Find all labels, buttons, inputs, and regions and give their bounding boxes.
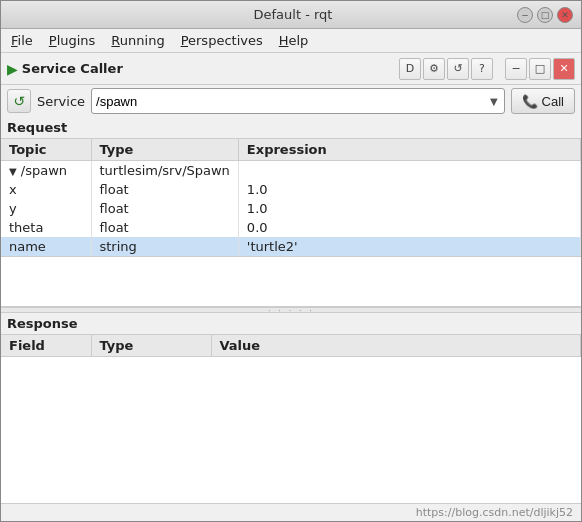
row-topic: name	[1, 237, 91, 256]
service-label: Service	[37, 94, 85, 109]
toolbar-maximize-button[interactable]: □	[529, 58, 551, 80]
row-topic: ▼ /spawn	[1, 161, 91, 181]
service-caller-label: Service Caller	[22, 61, 123, 76]
request-label: Request	[1, 117, 581, 138]
response-table-area: Field Type Value	[1, 334, 581, 503]
toolbar-d-button[interactable]: D	[399, 58, 421, 80]
table-row: ▼ /spawn turtlesim/srv/Spawn	[1, 161, 581, 181]
toolbar-help-button[interactable]: ?	[471, 58, 493, 80]
close-button[interactable]: ✕	[557, 7, 573, 23]
row-topic: y	[1, 199, 91, 218]
row-expression: 1.0	[238, 199, 580, 218]
col-type: Type	[91, 335, 211, 357]
window-controls: − □ ✕	[517, 7, 573, 23]
row-topic: theta	[1, 218, 91, 237]
request-section: Request Topic Type Expression ▼	[1, 117, 581, 307]
call-button-label: Call	[542, 94, 564, 109]
service-input[interactable]	[96, 94, 488, 109]
service-input-wrapper: ▼	[91, 88, 505, 114]
status-bar: https://blog.csdn.net/dljikj52	[1, 503, 581, 521]
col-type: Type	[91, 139, 238, 161]
minimize-button[interactable]: −	[517, 7, 533, 23]
window-title: Default - rqt	[69, 7, 517, 22]
response-table: Field Type Value	[1, 335, 581, 357]
service-dropdown-arrow[interactable]: ▼	[488, 96, 500, 107]
toolbar-refresh-button[interactable]: ↺	[447, 58, 469, 80]
menu-plugins[interactable]: Plugins	[43, 31, 102, 50]
col-expression: Expression	[238, 139, 580, 161]
toolbar-close-button[interactable]: ✕	[553, 58, 575, 80]
response-label: Response	[1, 313, 581, 334]
col-topic: Topic	[1, 139, 91, 161]
row-expression: 1.0	[238, 180, 580, 199]
row-type: float	[91, 199, 238, 218]
menu-file[interactable]: File	[5, 31, 39, 50]
menu-running[interactable]: Running	[105, 31, 170, 50]
row-type: turtlesim/srv/Spawn	[91, 161, 238, 181]
tree-arrow-icon: ▼	[9, 166, 17, 177]
main-content: Request Topic Type Expression ▼	[1, 117, 581, 503]
row-type: float	[91, 218, 238, 237]
col-field: Field	[1, 335, 91, 357]
toolbar-icons: D ⚙ ↺ ? − □ ✕	[399, 58, 575, 80]
main-window: Default - rqt − □ ✕ File Plugins Running…	[0, 0, 582, 522]
table-row: y float 1.0	[1, 199, 581, 218]
toolbar-minimize-button[interactable]: −	[505, 58, 527, 80]
row-expression	[238, 161, 580, 181]
col-value: Value	[211, 335, 581, 357]
toolbar-gear-button[interactable]: ⚙	[423, 58, 445, 80]
request-table-container: Topic Type Expression ▼ /spawn turtlesim…	[1, 138, 581, 257]
status-text: https://blog.csdn.net/dljikj52	[416, 506, 573, 519]
response-section: Response Field Type Value	[1, 313, 581, 503]
service-row: ↺ Service ▼ 📞 Call	[1, 85, 581, 117]
row-expression: 'turtle2'	[238, 237, 580, 256]
menu-bar: File Plugins Running Perspectives Help	[1, 29, 581, 53]
title-bar: Default - rqt − □ ✕	[1, 1, 581, 29]
table-row: x float 1.0	[1, 180, 581, 199]
maximize-button[interactable]: □	[537, 7, 553, 23]
call-button[interactable]: 📞 Call	[511, 88, 575, 114]
row-expression: 0.0	[238, 218, 580, 237]
menu-perspectives[interactable]: Perspectives	[175, 31, 269, 50]
request-empty-area	[1, 257, 581, 307]
call-phone-icon: 📞	[522, 94, 538, 109]
table-row-highlighted[interactable]: name string 'turtle2'	[1, 237, 581, 256]
play-arrow-icon: ▶	[7, 61, 18, 77]
row-type: float	[91, 180, 238, 199]
row-topic: x	[1, 180, 91, 199]
row-type: string	[91, 237, 238, 256]
service-refresh-button[interactable]: ↺	[7, 89, 31, 113]
request-table: Topic Type Expression ▼ /spawn turtlesim…	[1, 139, 581, 256]
toolbar: ▶ Service Caller D ⚙ ↺ ? − □ ✕	[1, 53, 581, 85]
table-row: theta float 0.0	[1, 218, 581, 237]
menu-help[interactable]: Help	[273, 31, 315, 50]
